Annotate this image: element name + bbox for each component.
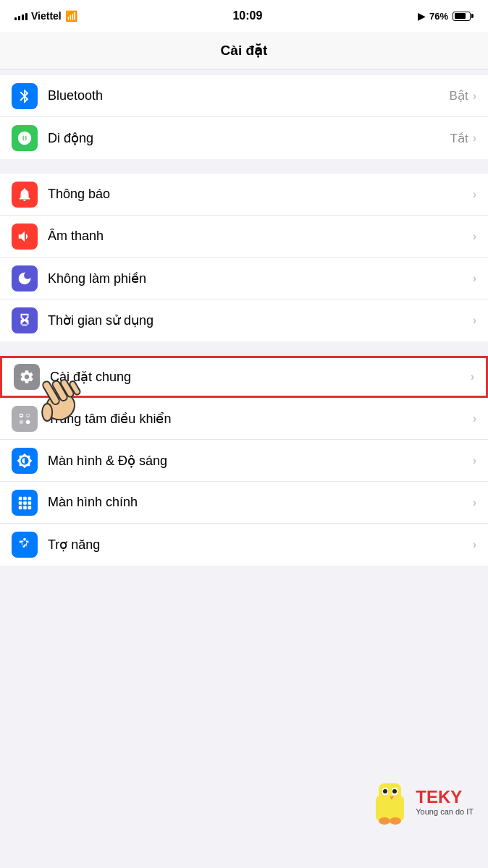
divider-2: [0, 341, 488, 356]
location-icon: ▶: [418, 11, 425, 22]
settings-item-screentime[interactable]: Thời gian sử dụng ›: [0, 299, 488, 341]
settings-item-accessibility[interactable]: Trợ năng ›: [0, 524, 488, 566]
mascot-icon: [370, 778, 410, 825]
signal-bar-1: [14, 17, 17, 20]
svg-rect-14: [23, 496, 27, 500]
accessibility-label: Trợ năng: [48, 537, 473, 553]
status-right: ▶ 76%: [418, 11, 474, 22]
bluetooth-chevron: ›: [473, 90, 476, 103]
screentime-icon: [12, 307, 38, 333]
svg-point-0: [22, 135, 27, 140]
notifications-icon: [12, 182, 38, 208]
notifications-chevron: ›: [473, 188, 476, 201]
sounds-icon: [12, 224, 38, 250]
page-title: Cài đặt: [221, 42, 268, 59]
carrier-name: Viettel: [31, 10, 62, 22]
dnd-label: Không làm phiền: [48, 271, 473, 286]
settings-item-homescreen[interactable]: Màn hình chính ›: [0, 482, 488, 524]
battery-percent: 76%: [429, 11, 448, 22]
status-left: Viettel 📶: [14, 10, 77, 22]
mobile-label: Di động: [48, 130, 450, 146]
watermark: TEKY Young can do IT: [370, 778, 474, 825]
screentime-chevron: ›: [473, 314, 476, 327]
controlcenter-chevron: ›: [473, 412, 476, 425]
svg-point-31: [390, 817, 401, 825]
nav-bar: Cài đặt: [0, 32, 488, 69]
notifications-label: Thông báo: [48, 187, 473, 202]
homescreen-label: Màn hình chính: [48, 495, 473, 510]
mobile-icon: [12, 125, 38, 151]
svg-rect-13: [19, 496, 22, 500]
svg-rect-19: [19, 506, 22, 509]
svg-rect-15: [28, 496, 32, 500]
svg-point-9: [20, 420, 24, 424]
svg-point-22: [23, 538, 26, 541]
general-chevron: ›: [471, 370, 474, 383]
svg-rect-16: [19, 501, 22, 505]
settings-item-bluetooth[interactable]: Bluetooth Bật ›: [0, 75, 488, 117]
settings-item-controlcenter[interactable]: Trung tâm điều khiển ›: [0, 398, 488, 440]
svg-rect-11: [20, 414, 23, 416]
wifi-icon: 📶: [65, 10, 77, 22]
display-label: Màn hình & Độ sáng: [48, 453, 473, 469]
display-chevron: ›: [473, 454, 476, 467]
accessibility-chevron: ›: [473, 538, 476, 551]
homescreen-chevron: ›: [473, 496, 476, 509]
settings-group-1: Bluetooth Bật › Di động Tắt ›: [0, 75, 488, 159]
settings-item-dnd[interactable]: Không làm phiền ›: [0, 258, 488, 299]
svg-point-30: [379, 817, 390, 825]
bluetooth-label: Bluetooth: [48, 88, 450, 103]
battery-icon: [453, 12, 474, 21]
svg-rect-18: [28, 501, 32, 505]
signal-bar-4: [25, 13, 28, 20]
bluetooth-icon: [12, 83, 38, 109]
settings-item-notifications[interactable]: Thông báo ›: [0, 174, 488, 216]
sounds-chevron: ›: [473, 230, 476, 243]
svg-rect-12: [27, 414, 30, 416]
settings-group-2: Thông báo › Âm thanh › Không làm phiền ›…: [0, 174, 488, 341]
signal-bar-2: [18, 16, 20, 20]
svg-rect-20: [23, 506, 27, 509]
general-label: Cài đặt chung: [50, 369, 471, 385]
svg-rect-21: [28, 506, 32, 509]
mobile-chevron: ›: [473, 132, 476, 145]
screentime-label: Thời gian sử dụng: [48, 312, 473, 328]
general-icon: [14, 364, 40, 390]
svg-point-28: [392, 789, 397, 793]
mobile-value: Tắt: [450, 131, 468, 146]
dnd-chevron: ›: [473, 272, 476, 285]
divider-1: [0, 159, 488, 174]
status-time: 10:09: [232, 9, 262, 22]
settings-group-3: Cài đặt chung › Trung tâm điều khiển › M…: [0, 356, 488, 566]
settings-item-mobile[interactable]: Di động Tắt ›: [0, 117, 488, 159]
signal-bar-3: [22, 14, 24, 20]
sounds-label: Âm thanh: [48, 229, 473, 244]
display-icon: [12, 448, 38, 474]
dnd-icon: [12, 265, 38, 292]
svg-rect-17: [23, 501, 27, 505]
settings-item-sounds[interactable]: Âm thanh ›: [0, 216, 488, 258]
homescreen-icon: [12, 490, 38, 516]
settings-item-general[interactable]: Cài đặt chung ›: [0, 356, 488, 398]
svg-point-27: [383, 789, 387, 793]
accessibility-icon: [12, 532, 38, 558]
status-bar: Viettel 📶 10:09 ▶ 76%: [0, 0, 488, 32]
signal-bars: [14, 12, 28, 20]
settings-item-display[interactable]: Màn hình & Độ sáng ›: [0, 440, 488, 482]
bluetooth-value: Bật: [450, 88, 468, 103]
controlcenter-icon: [12, 406, 38, 432]
controlcenter-label: Trung tâm điều khiển: [48, 411, 473, 427]
svg-point-10: [26, 420, 30, 424]
svg-rect-24: [379, 783, 401, 801]
